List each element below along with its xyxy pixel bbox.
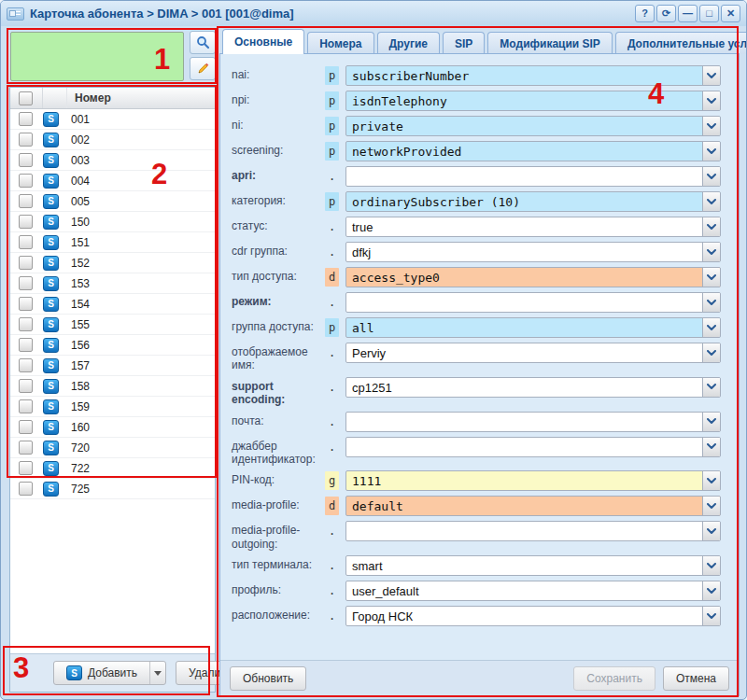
- edit-button[interactable]: [190, 57, 216, 80]
- field-combobox[interactable]: dfkj: [345, 242, 721, 262]
- search-button[interactable]: [190, 31, 216, 54]
- field-combobox[interactable]: [345, 292, 721, 313]
- field-combobox[interactable]: [345, 166, 721, 187]
- tab[interactable]: Номера: [307, 32, 374, 54]
- table-row[interactable]: S 154: [10, 294, 215, 315]
- row-checkbox[interactable]: [19, 174, 33, 188]
- field-combobox[interactable]: [345, 521, 721, 541]
- table-row[interactable]: S 157: [10, 356, 215, 376]
- table-row[interactable]: S 151: [10, 232, 215, 253]
- combo-trigger[interactable]: [702, 268, 720, 287]
- table-row[interactable]: S 722: [10, 458, 215, 479]
- combo-trigger[interactable]: [702, 91, 720, 110]
- select-all-checkbox[interactable]: [19, 91, 33, 105]
- combo-trigger[interactable]: [702, 497, 720, 515]
- add-dropdown-caret-icon[interactable]: [149, 662, 165, 684]
- table-row[interactable]: S 160: [10, 417, 215, 438]
- table-row[interactable]: S 005: [10, 191, 215, 212]
- row-checkbox[interactable]: [19, 317, 33, 331]
- save-button[interactable]: Сохранить: [573, 666, 655, 691]
- add-button[interactable]: S Добавить: [53, 661, 166, 685]
- cancel-button[interactable]: Отмена: [663, 666, 729, 691]
- tab[interactable]: Дополнительные услуги: [615, 32, 747, 54]
- close-button[interactable]: ✕: [721, 5, 740, 22]
- row-checkbox[interactable]: [19, 379, 33, 393]
- row-checkbox[interactable]: [19, 420, 33, 434]
- field-combobox[interactable]: default: [345, 496, 721, 516]
- tab[interactable]: Другие: [377, 32, 440, 54]
- table-row[interactable]: S 725: [10, 479, 215, 499]
- row-checkbox[interactable]: [19, 133, 33, 147]
- combo-trigger[interactable]: [702, 607, 720, 625]
- combo-trigger[interactable]: [702, 142, 720, 161]
- field-combobox[interactable]: ordinarySubscriber (10): [345, 191, 721, 212]
- row-checkbox[interactable]: [19, 256, 33, 270]
- field-combobox[interactable]: Perviy: [345, 343, 721, 363]
- minimize-button[interactable]: —: [678, 5, 698, 22]
- row-checkbox[interactable]: [19, 153, 33, 167]
- table-row[interactable]: S 152: [10, 253, 215, 273]
- search-input[interactable]: [10, 32, 184, 81]
- field-combobox[interactable]: true: [345, 217, 721, 237]
- refresh-form-button[interactable]: Обновить: [230, 666, 306, 691]
- combo-trigger[interactable]: [702, 343, 720, 362]
- combo-trigger[interactable]: [702, 293, 720, 312]
- row-checkbox[interactable]: [19, 441, 33, 455]
- field-combobox[interactable]: [345, 437, 721, 457]
- table-row[interactable]: S 155: [10, 315, 215, 335]
- tab[interactable]: Модификации SIP: [487, 32, 613, 54]
- tab[interactable]: Основные: [222, 29, 304, 54]
- table-row[interactable]: S 001: [10, 109, 215, 130]
- tab[interactable]: SIP: [443, 32, 485, 54]
- row-checkbox[interactable]: [19, 194, 33, 208]
- table-row[interactable]: S 153: [10, 273, 215, 294]
- field-combobox[interactable]: access_type0: [345, 267, 721, 287]
- row-checkbox[interactable]: [19, 399, 33, 413]
- field-combobox[interactable]: subscriberNumber: [345, 65, 721, 86]
- row-checkbox[interactable]: [19, 276, 33, 290]
- combo-trigger[interactable]: [702, 217, 720, 236]
- field-combobox[interactable]: user_default: [345, 581, 721, 601]
- table-row[interactable]: S 002: [10, 130, 215, 150]
- combo-trigger[interactable]: [702, 471, 720, 490]
- combo-trigger[interactable]: [702, 192, 720, 211]
- row-checkbox[interactable]: [19, 112, 33, 126]
- field-combobox[interactable]: Город НСК: [345, 606, 721, 626]
- table-row[interactable]: S 158: [10, 376, 215, 397]
- field-combobox[interactable]: networkProvided: [345, 141, 721, 161]
- row-checkbox[interactable]: [19, 215, 33, 229]
- maximize-button[interactable]: □: [699, 5, 719, 22]
- table-row[interactable]: S 156: [10, 335, 215, 356]
- row-checkbox[interactable]: [19, 358, 33, 372]
- help-button[interactable]: ?: [635, 5, 655, 22]
- combo-trigger[interactable]: [702, 66, 720, 85]
- row-checkbox[interactable]: [19, 338, 33, 352]
- table-row[interactable]: S 003: [10, 150, 215, 171]
- row-checkbox[interactable]: [19, 461, 33, 475]
- table-row[interactable]: S 159: [10, 397, 215, 417]
- table-row[interactable]: S 004: [10, 171, 215, 191]
- number-column-header[interactable]: Номер: [67, 91, 111, 105]
- combo-trigger[interactable]: [702, 167, 720, 186]
- table-row[interactable]: S 720: [10, 438, 215, 458]
- field-combobox[interactable]: all: [345, 317, 721, 338]
- row-checkbox[interactable]: [19, 482, 33, 496]
- combo-trigger[interactable]: [702, 413, 720, 431]
- combo-trigger[interactable]: [702, 438, 720, 456]
- combo-trigger[interactable]: [702, 318, 720, 337]
- combo-trigger[interactable]: [702, 522, 720, 540]
- field-combobox[interactable]: private: [345, 116, 721, 136]
- combo-trigger[interactable]: [702, 378, 720, 397]
- row-checkbox[interactable]: [19, 235, 33, 249]
- row-checkbox[interactable]: [19, 297, 33, 311]
- combo-trigger[interactable]: [702, 556, 720, 575]
- field-combobox[interactable]: [345, 412, 721, 432]
- field-combobox[interactable]: smart: [345, 555, 721, 576]
- field-combobox[interactable]: 1111: [345, 470, 721, 491]
- field-combobox[interactable]: cp1251: [345, 377, 721, 398]
- table-row[interactable]: S 150: [10, 212, 215, 232]
- field-combobox[interactable]: isdnTelephony: [345, 91, 721, 111]
- refresh-button[interactable]: ⟳: [656, 5, 676, 22]
- combo-trigger[interactable]: [702, 243, 720, 261]
- combo-trigger[interactable]: [702, 117, 720, 135]
